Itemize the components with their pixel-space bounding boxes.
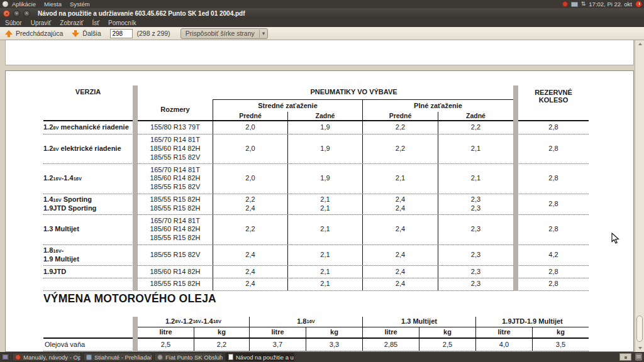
size-cell: 155/80 R13 79T [138,121,213,134]
medium-load-front-cell: 2,0 [213,121,287,134]
oil-group-header: 1.3 Multijet [362,317,475,327]
full-load-rear-cell: 2,1 [438,134,513,163]
page-number-input[interactable] [110,29,133,38]
maximize-icon[interactable]: ˄ [23,10,30,17]
header-predne: Predné [213,112,287,120]
version-cell: 1.3 Multijet [43,215,133,244]
taskbar-item[interactable]: Návod na použitie a u... [225,353,294,361]
oil-section-heading: VÝMENA MOTOROVÉHO OLEJA [43,292,216,305]
tire-row: 1.9JTD185/60 R14 82H2,42,12,42,32,8 [43,265,589,278]
pdf-page-previous [5,40,634,65]
medium-load-rear-cell: 2,1 [287,266,362,278]
dropdown-separator [259,30,260,38]
task-label: Stiahnuté - Prehliadač ... [94,354,152,361]
show-desktop-icon[interactable] [1,353,9,361]
zoom-mode-select[interactable]: Prispôsobiť šírke strany ▾ [180,28,269,39]
menu-item-0[interactable]: Súbor [5,19,22,26]
gnome-top-panel: AplikácieMiestaSystém ⇅ 17:02, Pi 22. ok… [0,0,644,8]
size-cell: 185/55 R15 82H [138,278,213,290]
oil-litre-value: 3,7 [249,339,306,351]
display-icon[interactable] [571,2,578,7]
header-stredne: Stredné zaťaženie [213,99,362,112]
notification-icon[interactable] [562,1,568,7]
window-title: Návod na použitie a udržiavanie 603.45.6… [38,10,245,17]
taskbar: Manuály, návody - Op...Stiahnuté - Prehl… [0,352,644,362]
taskbar-item[interactable]: Manuály, návody - Op... [12,353,81,361]
spare-wheel-cell: 4,2 [518,245,589,266]
network-traffic-icon[interactable]: ⇅ [581,1,586,7]
oil-litre-value: 2,5 [138,339,194,351]
taskbar-right [619,353,644,361]
panel-menu-1[interactable]: Miesta [44,1,62,8]
full-load-front-cell: 2,4 [362,215,438,244]
tire-row: 1.416V Sporting1.9JTD Sporting185/55 R15… [43,194,589,215]
header-rozmery: Rozmery [138,99,213,120]
tire-pressure-table: VERZIAPNEUMATIKY VO VÝBAVEREZERVNÉKOLESO… [43,85,589,291]
size-cell: 185/55 R15 82H185/55 R15 82H [138,194,213,215]
header-zadne: Zadné [438,112,513,120]
header-pneumatiky: PNEUMATIKY VO VÝBAVE [166,85,541,99]
spare-wheel-cell: 2,8 [518,215,589,244]
medium-load-front-cell: 2,0 [213,164,287,193]
header-plne: Plné zaťaženie [362,99,513,112]
oil-unit-kg: kg [194,327,249,337]
scroll-up-icon[interactable] [638,43,642,45]
close-icon[interactable]: × [3,10,10,17]
tire-table-body: 1.28V mechanické riadenie155/80 R13 79T2… [43,121,589,291]
spare-wheel-cell: 2,8 [518,134,589,163]
full-load-rear-cell: 2,3 [438,266,513,278]
oil-unit-litre: litre [362,327,419,337]
clock[interactable]: 17:02, Pi 22. okt [589,1,632,8]
trash-icon[interactable] [635,353,642,361]
medium-load-rear-cell: 2,1 [287,278,362,290]
full-load-rear-cell: 2,3 [438,245,513,266]
previous-page-button[interactable]: Predchádzajúca [5,30,63,38]
oil-group-header: 1.816V [249,317,362,327]
header-predne: Predné [362,112,438,120]
medium-load-front-cell: 2,4 [213,245,287,266]
medium-load-rear-cell: 1,9 [287,121,362,134]
taskbar-item[interactable]: Stiahnuté - Prehliadač ... [83,353,152,361]
header-zadne: Zadné [287,112,362,120]
menu-item-2[interactable]: Zobraziť [60,19,83,26]
power-button-icon[interactable] [635,1,642,8]
tire-row: 1.216V-1.416V165/70 R14 81T185/60 R14 82… [43,163,589,193]
full-load-front-cell: 2,2 [362,134,438,163]
version-cell [43,278,133,290]
spare-wheel-cell: 2,8 [518,121,589,134]
next-page-button[interactable]: Ďalšia [72,30,101,38]
panel-menu-0[interactable]: Aplikácie [12,1,36,8]
scrollbar-thumb[interactable] [636,315,643,342]
task-label: Manuály, návody - Op... [23,354,81,361]
workspace-switcher[interactable] [619,353,631,361]
version-cell: 1.28V elektrické riadenie [43,134,133,163]
tire-table-header: VERZIAPNEUMATIKY VO VÝBAVEREZERVNÉKOLESO… [43,85,589,121]
panel-menu-2[interactable]: Systém [70,1,90,8]
previous-page-label: Predchádzajúca [16,30,63,37]
taskbar-item[interactable]: Fiat Punto SK Obsluh... [154,353,223,361]
size-cell: 185/55 R15 82V [138,245,213,266]
menu-item-3[interactable]: Ísť [92,19,99,26]
oil-unit-litre: litre [138,327,194,337]
oil-unit-litre: litre [249,327,306,337]
distro-logo-icon[interactable] [3,1,8,7]
scroll-down-icon[interactable] [638,347,642,349]
medium-load-front-cell: 2,22,4 [213,194,287,215]
header-verzia: VERZIA [43,85,133,99]
medium-load-front-cell: 2,2 [213,215,287,244]
medium-load-rear-cell: 1,9 [287,164,362,193]
task-label: Fiat Punto SK Obsluh... [165,354,223,361]
zoom-mode-label: Prispôsobiť šírke strany [186,30,255,37]
menu-item-4[interactable]: Pomocník [108,19,136,26]
acrobat-icon [157,354,163,360]
full-load-rear-cell: 2,32,3 [438,194,513,215]
menu-item-1[interactable]: Upraviť [31,19,52,26]
tire-row: 1.28V mechanické riadenie155/80 R13 79T2… [43,121,589,134]
panel-menus: AplikácieMiestaSystém [12,1,90,8]
tire-row: 1.816V-1.9 Multijet185/55 R15 82V2,42,12… [43,244,589,266]
minimize-icon[interactable]: ˅ [13,10,20,17]
full-load-rear-cell: 2,3 [438,215,513,244]
vertical-scrollbar[interactable] [635,40,644,352]
full-load-rear-cell: 2,3 [438,278,513,290]
oil-litre-value: 4,0 [475,339,532,351]
